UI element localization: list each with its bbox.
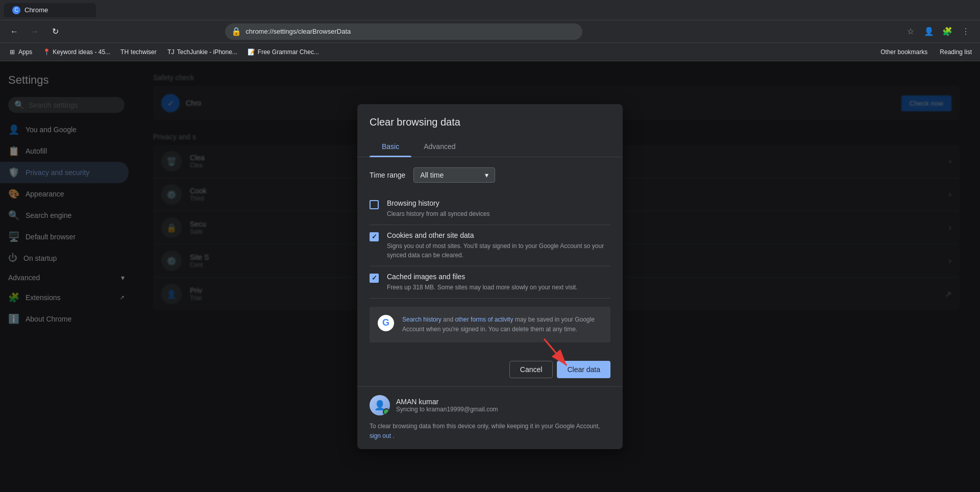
- dialog-footer: Cancel Clear data: [357, 353, 623, 386]
- profile-email: Syncing to kraman19999@gmail.com: [396, 406, 610, 413]
- bookmarks-bar: ⊞ Apps 📍 Keyword ideas - 45... TH techwi…: [0, 43, 980, 61]
- bottom-text: To clear browsing data from this device …: [370, 422, 610, 441]
- nav-bar: ← → ↻ 🔒 chrome://settings/clearBrowserDa…: [0, 20, 980, 43]
- bookmark-techjunkie[interactable]: TJ TechJunkie - iPhone...: [163, 46, 241, 58]
- browsing-history-desc: Clears history from all synced devices: [387, 209, 610, 218]
- bookmark-grammar[interactable]: 📝 Free Grammar Chec...: [243, 46, 323, 58]
- avatar: 👤: [370, 395, 390, 415]
- grammar-icon: 📝: [248, 48, 256, 56]
- sync-badge: [383, 408, 390, 415]
- google-note-text: Search history and other forms of activi…: [402, 315, 602, 334]
- clear-browsing-dialog: Clear browsing data Basic Advanced Time …: [357, 104, 623, 450]
- address-bar[interactable]: 🔒 chrome://settings/clearBrowserData: [225, 23, 582, 40]
- tab-favicon: C: [12, 6, 20, 14]
- time-range-value: All time: [420, 171, 444, 179]
- cached-item: Cached images and files Frees up 318 MB.…: [370, 266, 610, 299]
- tab-label: Chrome: [24, 6, 48, 14]
- tab-advanced[interactable]: Advanced: [411, 136, 468, 157]
- browsing-history-title: Browsing history: [387, 199, 610, 207]
- google-note: G Search history and other forms of acti…: [370, 307, 610, 342]
- bookmark-star-icon[interactable]: ☆: [902, 23, 919, 40]
- sign-out-link[interactable]: sign out: [370, 432, 391, 439]
- apps-grid-icon: ⊞: [8, 48, 16, 56]
- reload-button[interactable]: ↻: [47, 23, 63, 40]
- time-range-row: Time range All time ▾: [370, 167, 610, 183]
- bookmark-techwiser[interactable]: TH techwiser: [116, 46, 161, 58]
- dialog-tabs: Basic Advanced: [357, 136, 623, 157]
- bookmark-maps[interactable]: 📍 Keyword ideas - 45...: [38, 46, 114, 58]
- cached-title: Cached images and files: [387, 273, 610, 281]
- cached-checkbox[interactable]: [370, 274, 379, 283]
- techjunkie-icon: TJ: [167, 48, 175, 56]
- cookies-title: Cookies and other site data: [387, 231, 610, 239]
- time-range-label: Time range: [370, 171, 405, 179]
- forward-button[interactable]: →: [27, 23, 43, 40]
- bookmarks-right: Other bookmarks Reading list: [876, 46, 976, 58]
- profile-row: 👤 AMAN kumar Syncing to kraman19999@gmai…: [370, 395, 610, 415]
- other-activity-link[interactable]: other forms of activity: [455, 316, 513, 323]
- cookies-item: Cookies and other site data Signs you ou…: [370, 225, 610, 266]
- browser-frame: C Chrome ← → ↻ 🔒 chrome://settings/clear…: [0, 0, 980, 492]
- clear-data-button[interactable]: Clear data: [557, 361, 610, 378]
- browsing-history-checkbox[interactable]: [370, 200, 379, 209]
- modal-overlay: Clear browsing data Basic Advanced Time …: [0, 61, 980, 492]
- menu-icon[interactable]: ⋮: [958, 23, 974, 40]
- other-bookmarks[interactable]: Other bookmarks: [876, 46, 932, 58]
- dialog-body: Time range All time ▾ Browsing history C…: [357, 157, 623, 353]
- dialog-title: Clear browsing data: [357, 104, 623, 136]
- dropdown-arrow-icon: ▾: [485, 171, 488, 179]
- cookies-checkbox[interactable]: [370, 232, 379, 241]
- time-range-select[interactable]: All time ▾: [413, 167, 495, 183]
- back-button[interactable]: ←: [6, 23, 22, 40]
- apps-bookmark[interactable]: ⊞ Apps: [4, 46, 36, 58]
- main-content: Settings 🔍 👤 You and Google 📋 Autofill 🛡…: [0, 61, 980, 492]
- cancel-button[interactable]: Cancel: [509, 361, 553, 378]
- cookies-desc: Signs you out of most sites. You'll stay…: [387, 241, 610, 260]
- maps-icon: 📍: [42, 48, 51, 56]
- reading-list[interactable]: Reading list: [936, 46, 976, 58]
- search-history-link[interactable]: Search history: [402, 316, 442, 323]
- google-g-icon: G: [378, 315, 394, 331]
- lock-icon: 🔒: [231, 27, 241, 36]
- profile-icon[interactable]: 👤: [921, 23, 937, 40]
- cached-desc: Frees up 318 MB. Some sites may load mor…: [387, 283, 610, 292]
- browsing-history-item: Browsing history Clears history from all…: [370, 193, 610, 225]
- extensions-icon[interactable]: 🧩: [939, 23, 955, 40]
- address-text: chrome://settings/clearBrowserData: [246, 28, 351, 35]
- nav-right: ☆ 👤 🧩 ⋮: [902, 23, 974, 40]
- active-tab[interactable]: C Chrome: [4, 3, 96, 17]
- techwiser-icon: TH: [120, 48, 129, 56]
- profile-name: AMAN kumar: [396, 398, 610, 406]
- tab-bar: C Chrome: [0, 0, 980, 20]
- tab-basic[interactable]: Basic: [370, 136, 411, 157]
- dialog-profile: 👤 AMAN kumar Syncing to kraman19999@gmai…: [357, 386, 623, 449]
